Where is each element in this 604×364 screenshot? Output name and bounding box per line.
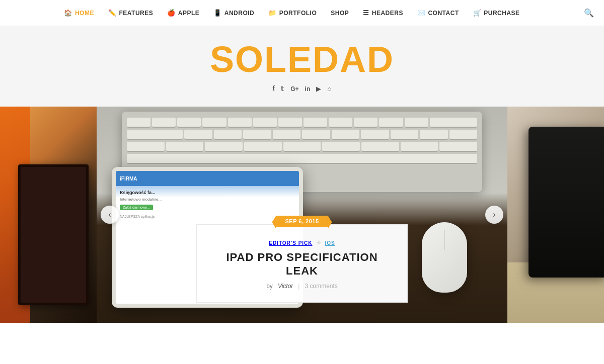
key [439,142,477,152]
key [127,130,183,140]
key [214,130,242,140]
ios-label: IOS [325,240,335,246]
home-icon: 🏠 [64,0,72,26]
article-title[interactable]: IPAD PRO SPECIFICATION LEAK [212,251,392,278]
linkedin-link[interactable]: in [305,84,311,93]
key [278,118,302,128]
key [127,142,165,152]
key [304,118,327,128]
nav-android-label: ANDROID [224,0,255,26]
meta-divider: | [298,283,299,290]
mouse-decor [422,222,467,293]
article-card: SEP 6, 2015 EDITOR'S PICK ✦ IOS IPAD PRO… [196,224,408,303]
key [332,130,360,140]
key [354,118,378,128]
key [322,142,360,152]
article-categories: EDITOR'S PICK ✦ IOS [212,239,392,247]
article-by: by Victor [266,283,293,290]
nav-item-features[interactable]: ✏️ FEATURES [101,0,160,26]
key [127,118,150,128]
key [205,142,243,152]
nav-item-android[interactable]: 📱 ANDROID [206,0,261,26]
key [184,130,212,140]
social-icons: f 𝕥 G+ in ▶ ⌂ [272,83,331,93]
features-icon: ✏️ [108,0,117,26]
portfolio-icon: 📁 [268,0,277,26]
nav-purchase-label: PURCHASE [484,0,519,26]
contact-icon: ✉️ [417,0,426,26]
next-arrow-icon: › [493,210,495,219]
author-name[interactable]: Victor [278,283,293,290]
nav-features-label: FEATURES [119,0,153,26]
key [177,118,201,128]
nav-contact-label: CONTACT [428,0,459,26]
googleplus-link[interactable]: G+ [290,84,298,93]
key [420,130,448,140]
nav-headers-label: HEADERS [372,0,403,26]
rss-icon: ⌂ [327,84,331,93]
key [302,130,330,140]
twitter-link[interactable]: 𝕥 [281,84,284,93]
key [283,142,321,152]
nav-apple-label: APPLE [178,0,200,26]
nav-items: 🏠 HOME ✏️ FEATURES 🍎 APPLE 📱 ANDROID [0,0,584,26]
device-left [18,164,89,305]
tablet-award: NAJLEPSZA aplikacja [120,215,295,218]
site-title: SOLEDAD [210,41,394,77]
tablet-logo: iFIRMA [120,176,137,181]
key [401,142,438,152]
tablet-content-title: Księgowość fa... [120,190,295,195]
nav-item-home[interactable]: 🏠 HOME [57,0,101,26]
nav-item-headers[interactable]: ☰ HEADERS [356,0,410,26]
key [202,118,226,128]
headers-icon: ☰ [363,0,369,26]
rss-link[interactable]: ⌂ [327,84,331,93]
key [391,130,419,140]
prev-arrow-icon: ‹ [108,210,111,219]
nav-item-portfolio[interactable]: 📁 PORTFOLIO [261,0,324,26]
search-button[interactable]: 🔍 [584,8,604,18]
twitter-icon: 𝕥 [281,84,284,93]
key [152,118,176,128]
slide-left [0,107,97,323]
tablet-btn: Załóż darmowe... [120,205,153,210]
youtube-icon: ▶ [316,85,321,93]
key [273,130,301,140]
googleplus-icon: G+ [290,85,298,93]
category-editors-pick[interactable]: EDITOR'S PICK [269,240,312,246]
nav-shop-label: SHOP [331,0,349,26]
category-ios[interactable]: IOS [325,240,335,246]
key [449,130,478,140]
prev-slide-button[interactable]: ‹ [101,206,119,224]
purchase-icon: 🛒 [473,0,482,26]
key [243,130,271,140]
key [244,142,282,152]
key [361,130,389,140]
main-navigation: 🏠 HOME ✏️ FEATURES 🍎 APPLE 📱 ANDROID [0,0,604,26]
key [253,118,277,128]
key [405,118,428,128]
comments-link[interactable]: 3 comments [305,283,337,290]
key [361,142,399,152]
by-text: by [266,283,273,290]
nav-item-purchase[interactable]: 🛒 PURCHASE [466,0,527,26]
key [166,142,204,152]
apple-icon: 🍎 [167,0,176,26]
key [430,118,477,128]
youtube-link[interactable]: ▶ [316,84,321,93]
nav-item-shop[interactable]: SHOP [324,0,356,26]
hero-slider: iFIRMA Księgowość fa... Internetowo moda… [0,107,604,323]
key [329,118,352,128]
search-icon: 🔍 [584,9,594,17]
facebook-link[interactable]: f [272,83,275,93]
nav-portfolio-label: PORTFOLIO [279,0,317,26]
spacebar-key [127,154,477,164]
date-badge: SEP 6, 2015 [276,216,328,227]
nav-item-contact[interactable]: ✉️ CONTACT [410,0,466,26]
next-slide-button[interactable]: › [485,206,503,224]
slide-right [507,107,604,323]
nav-item-apple[interactable]: 🍎 APPLE [160,0,206,26]
tablet-content-sub: Internetowo modalnie... [120,197,295,202]
article-meta: by Victor | 3 comments [212,283,392,290]
site-header: SOLEDAD f 𝕥 G+ in ▶ ⌂ [0,26,604,107]
